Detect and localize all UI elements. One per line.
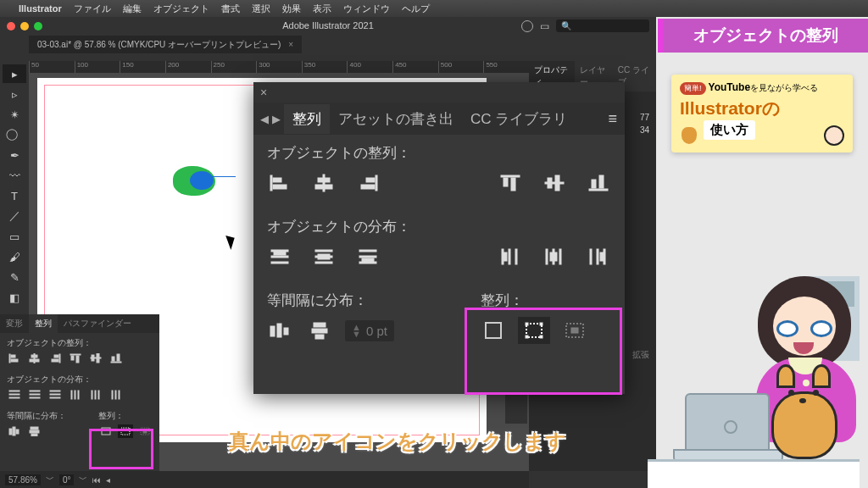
arrange-icon[interactable]: ▭ (540, 20, 549, 32)
mini-dist-top-icon[interactable] (7, 388, 22, 402)
mini-space-v-icon[interactable] (27, 424, 42, 438)
panel-nav-prev-icon[interactable]: ◀ (260, 113, 269, 125)
dist-right-icon[interactable] (582, 243, 615, 270)
svg-rect-69 (92, 355, 94, 361)
laptop-icon (685, 393, 770, 451)
align-left-icon[interactable] (264, 169, 296, 197)
direct-selection-tool-icon[interactable]: ▹ (3, 85, 26, 103)
space-vertical-icon[interactable] (304, 317, 337, 344)
menu-edit[interactable]: 編集 (123, 3, 142, 15)
dist-top-icon[interactable] (264, 243, 296, 270)
svg-rect-38 (590, 249, 592, 264)
rectangle-tool-icon[interactable]: ▭ (3, 227, 26, 246)
svg-rect-67 (76, 356, 79, 363)
mini-dist-bottom-icon[interactable] (47, 388, 63, 402)
height-value[interactable]: 34 (640, 125, 649, 135)
close-panel-icon[interactable]: × (260, 86, 267, 99)
artwork-object[interactable] (173, 166, 215, 196)
lasso-tool-icon[interactable]: ⃝ (3, 125, 26, 144)
mini-tab-pathfinder[interactable]: パスファインダー (58, 314, 137, 333)
align-to-key-object-icon[interactable] (559, 317, 591, 344)
rotate-dropdown-icon[interactable]: ﹀ (79, 474, 87, 485)
align-top-icon[interactable] (494, 169, 526, 197)
svg-rect-94 (16, 430, 19, 434)
mini-align-to-selection-icon[interactable] (118, 424, 132, 438)
mini-tab-transform[interactable]: 変形 (0, 314, 29, 333)
mini-align-hcenter-icon[interactable] (27, 352, 42, 365)
mini-align-to-key-icon[interactable] (138, 424, 153, 438)
svg-rect-81 (50, 394, 60, 395)
section-distribute-objects: オブジェクトの分布： (253, 208, 625, 238)
pen-tool-icon[interactable]: ✒ (3, 146, 26, 164)
eraser-tool-icon[interactable]: ◧ (3, 288, 26, 307)
artboard-nav-first-icon[interactable]: ⏮ (92, 475, 101, 485)
curvature-tool-icon[interactable]: 〰 (3, 166, 26, 185)
dist-hcenter-icon[interactable] (538, 243, 570, 270)
stepper-icon[interactable]: ▲▼ (352, 324, 361, 337)
dist-bottom-icon[interactable] (352, 243, 384, 270)
tab-asset-export[interactable]: アセットの書き出 (330, 104, 462, 134)
close-tab-icon[interactable]: × (288, 40, 293, 49)
mini-align-left-icon[interactable] (7, 352, 22, 365)
mini-space-h-icon[interactable] (7, 424, 22, 438)
magic-wand-tool-icon[interactable]: ✴ (3, 105, 26, 124)
mini-align-bottom-icon[interactable] (108, 352, 124, 365)
svg-rect-95 (31, 427, 38, 430)
menu-type[interactable]: 書式 (221, 3, 240, 15)
menu-file[interactable]: ファイル (74, 3, 111, 15)
mini-align-vcenter-icon[interactable] (88, 352, 103, 365)
mascot-icon (682, 127, 697, 144)
mini-dist-right-icon[interactable] (108, 388, 124, 402)
type-tool-icon[interactable]: T (3, 186, 26, 205)
mini-dist-vcenter-icon[interactable] (27, 388, 42, 402)
svg-rect-60 (31, 355, 37, 358)
align-to-selection-icon[interactable] (518, 317, 550, 344)
selection-tool-icon[interactable]: ▸ (3, 64, 26, 83)
tab-cc-libraries[interactable]: CC ライブラリ (462, 104, 576, 134)
svg-rect-61 (30, 359, 39, 362)
mini-align-top-icon[interactable] (68, 352, 83, 365)
menu-select[interactable]: 選択 (252, 3, 270, 15)
zoom-dropdown-icon[interactable]: ﹀ (46, 474, 54, 485)
document-tab[interactable]: 03-03.ai* @ 57.86 % (CMYK/CPU オーバープリントプレ… (29, 36, 302, 53)
menu-object[interactable]: オブジェクト (153, 3, 209, 15)
svg-rect-5 (315, 185, 332, 189)
mini-align-right-icon[interactable] (47, 352, 63, 365)
space-horizontal-icon[interactable] (264, 317, 296, 344)
panel-menu-icon[interactable]: ≡ (608, 110, 618, 128)
dist-left-icon[interactable] (494, 243, 526, 270)
width-value[interactable]: 77 (640, 113, 649, 122)
svg-rect-19 (271, 256, 288, 258)
help-search-input[interactable]: 🔍 (556, 19, 649, 32)
panel-nav-next-icon[interactable]: ▶ (272, 113, 281, 125)
menu-effect[interactable]: 効果 (282, 3, 301, 15)
rotate-view[interactable]: 0° (59, 474, 75, 485)
artboard-nav-prev-icon[interactable]: ◂ (106, 475, 110, 485)
shaper-tool-icon[interactable]: ✎ (3, 268, 26, 286)
svg-rect-64 (52, 359, 58, 362)
align-vcenter-icon[interactable] (538, 169, 570, 197)
mini-align-to-artboard-icon[interactable] (98, 424, 113, 438)
mini-dist-left-icon[interactable] (68, 388, 83, 402)
dist-vcenter-icon[interactable] (308, 243, 340, 270)
menu-view[interactable]: 表示 (313, 3, 331, 15)
svg-rect-34 (546, 249, 548, 264)
spacing-value-input[interactable]: ▲▼ 0 pt (345, 320, 394, 341)
align-bottom-icon[interactable] (582, 169, 615, 197)
zoom-level[interactable]: 57.86% (5, 474, 41, 485)
align-hcenter-icon[interactable] (308, 169, 340, 197)
mini-dist-hcenter-icon[interactable] (88, 388, 103, 402)
app-name[interactable]: Illustrator (19, 3, 62, 14)
align-to-artboard-icon[interactable] (477, 317, 509, 344)
svg-rect-2 (273, 185, 287, 189)
align-right-icon[interactable] (352, 169, 384, 197)
share-icon[interactable] (521, 20, 533, 32)
menu-help[interactable]: ヘルプ (402, 3, 430, 15)
brush-tool-icon[interactable]: 🖌 (3, 247, 26, 266)
line-tool-icon[interactable]: ／ (3, 207, 26, 225)
tab-align[interactable]: 整列 (284, 104, 330, 134)
menu-window[interactable]: ウィンドウ (343, 3, 390, 15)
mini-tab-align[interactable]: 整列 (29, 314, 58, 333)
mini-section-dist: オブジェクトの分布： (0, 369, 159, 386)
svg-rect-65 (70, 354, 81, 355)
